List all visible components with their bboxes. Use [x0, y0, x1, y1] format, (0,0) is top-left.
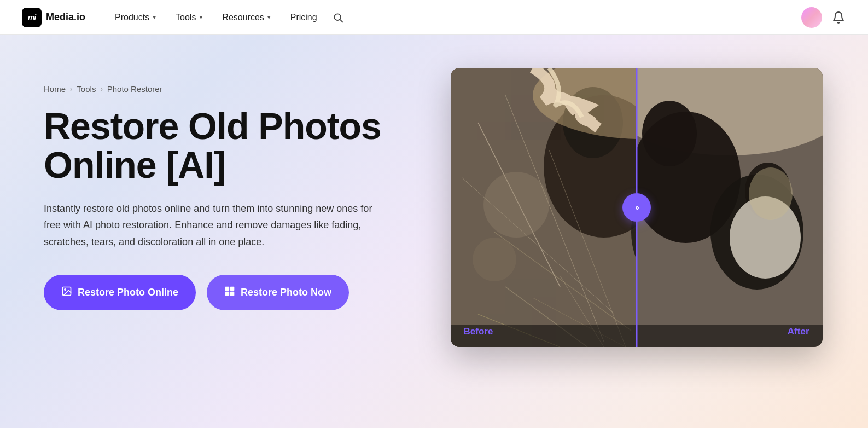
after-label: After: [788, 326, 809, 337]
hero-buttons: Restore Photo Online Restore Photo Now: [44, 275, 427, 310]
svg-point-3: [65, 288, 66, 290]
notification-bell-icon[interactable]: [831, 10, 846, 25]
svg-point-27: [483, 172, 549, 238]
breadcrumb-sep-2: ›: [100, 85, 102, 93]
logo-link[interactable]: mi Media.io: [22, 8, 85, 27]
breadcrumb-sep-1: ›: [70, 85, 72, 93]
nav-item-resources[interactable]: Resources ▼: [214, 8, 279, 27]
restore-online-button[interactable]: Restore Photo Online: [44, 275, 196, 310]
compare-handle[interactable]: ‹›: [622, 193, 651, 222]
hero-section: Home › Tools › Photo Restorer Restore Ol…: [0, 35, 868, 428]
restore-online-icon: [61, 286, 72, 299]
compare-handle-icon: ‹›: [635, 203, 638, 212]
hero-left: Home › Tools › Photo Restorer Restore Ol…: [44, 68, 427, 310]
svg-rect-7: [230, 291, 235, 296]
search-button[interactable]: [328, 8, 348, 27]
windows-icon: [224, 286, 235, 299]
nav-links: Products ▼ Tools ▼ Resources ▼ Pricing: [107, 8, 801, 27]
nav-right: [801, 7, 846, 28]
svg-point-34: [642, 101, 697, 166]
tools-chevron-icon: ▼: [198, 14, 203, 20]
resources-chevron-icon: ▼: [266, 14, 272, 20]
hero-right: ‹› Before After: [427, 68, 824, 347]
logo-text: Media.io: [46, 11, 85, 23]
svg-rect-4: [225, 286, 230, 291]
nav-item-tools[interactable]: Tools ▼: [168, 8, 211, 27]
logo-icon: mi: [22, 8, 42, 27]
breadcrumb-current: Photo Restorer: [107, 84, 162, 94]
restore-now-button[interactable]: Restore Photo Now: [207, 275, 349, 310]
hero-description: Instantly restore old photos online and …: [44, 200, 383, 251]
compare-container: ‹› Before After: [451, 68, 823, 347]
products-chevron-icon: ▼: [152, 14, 157, 20]
nav-item-products[interactable]: Products ▼: [107, 8, 165, 27]
hero-title: Restore Old Photos Online [AI]: [44, 107, 427, 185]
svg-point-28: [473, 238, 516, 281]
svg-line-1: [340, 20, 342, 22]
breadcrumb-tools[interactable]: Tools: [77, 84, 96, 94]
user-avatar[interactable]: [801, 7, 822, 28]
navbar: mi Media.io Products ▼ Tools ▼ Resources…: [0, 0, 868, 35]
svg-point-0: [334, 14, 341, 20]
nav-item-pricing[interactable]: Pricing: [283, 8, 325, 27]
svg-point-38: [749, 167, 793, 220]
svg-rect-5: [230, 286, 235, 291]
svg-rect-6: [225, 291, 230, 296]
breadcrumb: Home › Tools › Photo Restorer: [44, 84, 427, 94]
breadcrumb-home[interactable]: Home: [44, 84, 66, 94]
before-label: Before: [464, 326, 493, 337]
